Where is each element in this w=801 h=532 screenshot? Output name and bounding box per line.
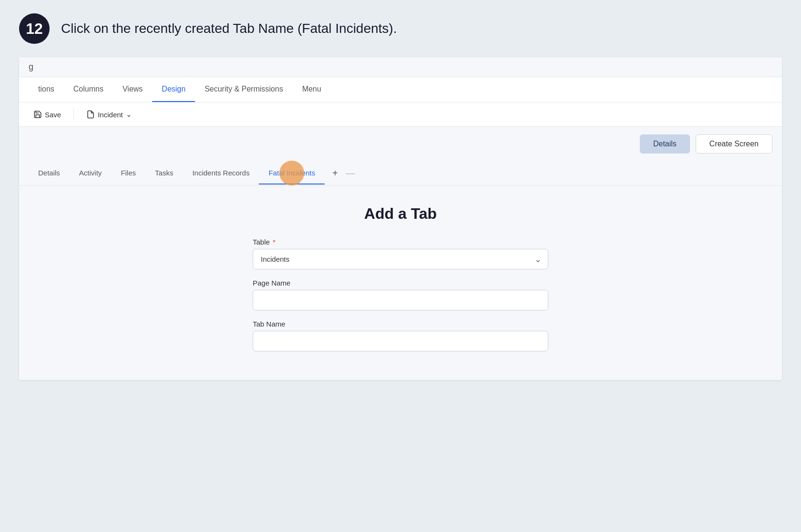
tab-name-input[interactable]	[253, 331, 548, 351]
subtab-tasks[interactable]: Tasks	[145, 162, 183, 184]
page-name-input[interactable]	[253, 290, 548, 310]
page-name-field: Page Name	[253, 279, 548, 310]
main-content: g tions Columns Views Design Security & …	[19, 57, 782, 380]
table-label: Table *	[253, 238, 548, 246]
tab-nav-item-design[interactable]: Design	[152, 77, 195, 102]
form-area: Add a Tab Table * Incidents ⌄ Page Name	[19, 186, 782, 380]
tab-nav-item-views[interactable]: Views	[113, 77, 152, 102]
step-number: 12	[19, 13, 50, 44]
table-select[interactable]: Incidents	[253, 249, 548, 269]
subtab-fatal-incidents[interactable]: Fatal Incidents	[259, 162, 325, 184]
subtab-details[interactable]: Details	[29, 162, 70, 184]
subtab-minus-button[interactable]: —	[346, 168, 355, 179]
top-header: g	[19, 57, 782, 77]
tab-nav-item-security[interactable]: Security & Permissions	[195, 77, 293, 102]
page-name-label: Page Name	[253, 279, 548, 287]
chevron-down-icon: ⌄	[126, 110, 132, 119]
subtab-files[interactable]: Files	[111, 162, 145, 184]
document-icon	[86, 110, 95, 119]
tab-name-label: Tab Name	[253, 320, 548, 328]
toolbar: Save Incident ⌄	[19, 102, 782, 127]
save-icon	[33, 110, 42, 119]
step-instruction: Click on the recently created Tab Name (…	[61, 21, 397, 36]
create-screen-button[interactable]: Create Screen	[696, 134, 772, 153]
details-button[interactable]: Details	[640, 134, 690, 153]
tab-nav-item-menu[interactable]: Menu	[293, 77, 331, 102]
subtab-add-button[interactable]: +	[325, 161, 346, 185]
toolbar-separator	[73, 109, 74, 120]
table-required-marker: *	[273, 238, 276, 246]
table-select-wrapper: Incidents ⌄	[253, 249, 548, 269]
subtab-activity[interactable]: Activity	[70, 162, 112, 184]
table-field: Table * Incidents ⌄	[253, 238, 548, 269]
top-header-text: g	[29, 62, 33, 72]
form-title: Add a Tab	[364, 205, 437, 223]
action-buttons-row: Details Create Screen	[19, 127, 782, 161]
step-bar: 12 Click on the recently created Tab Nam…	[0, 0, 801, 57]
form-card: Table * Incidents ⌄ Page Name Tab Name	[253, 238, 548, 361]
save-button[interactable]: Save	[29, 107, 66, 122]
subtab-nav: Details Activity Files Tasks Incidents R…	[19, 161, 782, 186]
tab-name-field: Tab Name	[253, 320, 548, 351]
subtab-incidents-records[interactable]: Incidents Records	[183, 162, 259, 184]
tab-nav-item-options[interactable]: tions	[29, 77, 64, 102]
tab-nav: tions Columns Views Design Security & Pe…	[19, 77, 782, 102]
tab-nav-item-columns[interactable]: Columns	[64, 77, 113, 102]
incident-button[interactable]: Incident ⌄	[82, 107, 137, 122]
